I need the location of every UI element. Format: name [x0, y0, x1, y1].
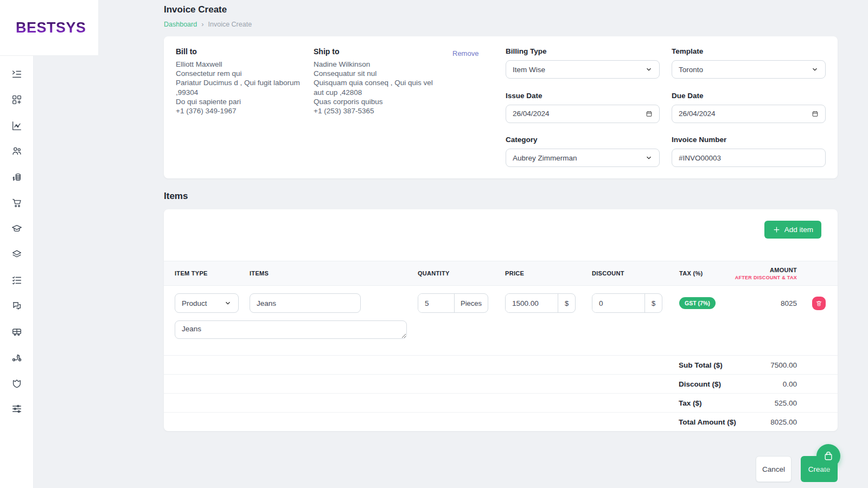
col-item-type: ITEM TYPE [175, 270, 239, 277]
ship-to-line: Quisquam quia conseq , Qui quis vel aut … [314, 78, 439, 97]
col-quantity: QUANTITY [418, 270, 488, 277]
item-description-textarea[interactable]: Jeans [175, 320, 407, 339]
tax-row: Tax ($) 525.00 [164, 393, 838, 412]
ship-to-line: Consequatur sit nul [314, 69, 439, 78]
breadcrumb-current: Invoice Create [208, 21, 252, 28]
due-date-input[interactable]: 26/04/2024 [672, 105, 826, 123]
billing-type-select[interactable]: Item Wise [506, 60, 660, 79]
sidebar-item-security[interactable] [4, 370, 29, 396]
tasks-icon [11, 274, 23, 286]
shield-icon [11, 377, 23, 389]
sidebar-item-orders[interactable] [4, 190, 29, 216]
items-card: Add item ITEM TYPE ITEMS QUANTITY PRICE … [164, 209, 838, 431]
grid-add-icon [11, 94, 23, 106]
ship-to-label: Ship to [314, 47, 439, 56]
add-item-button[interactable]: Add item [764, 221, 821, 239]
col-price: PRICE [505, 270, 576, 277]
sidebar-item-layers[interactable] [4, 242, 29, 268]
sidebar-item-apps[interactable] [4, 87, 29, 113]
delivery-icon [11, 351, 23, 363]
issue-date-label: Issue Date [506, 92, 660, 100]
price-group: $ [505, 293, 576, 313]
billing-type-label: Billing Type [506, 47, 660, 55]
category-label: Category [506, 136, 660, 144]
app-logo[interactable]: BESTSYS [16, 20, 86, 36]
col-discount: DISCOUNT [592, 270, 662, 277]
remove-address-link[interactable]: Remove [452, 49, 478, 57]
ship-to-line: Quas corporis quibus [314, 97, 439, 106]
issue-date-input[interactable]: 26/04/2024 [506, 105, 660, 123]
discount-value: 0.00 [679, 380, 797, 388]
template-select[interactable]: Toronto [672, 60, 826, 79]
cancel-button[interactable]: Cancel [756, 456, 792, 482]
page-title: Invoice Create [164, 0, 838, 15]
trash-icon [815, 300, 822, 307]
total-amount-value: 8025.00 [679, 418, 797, 426]
invoice-list-icon [11, 68, 23, 80]
col-amount: AMOUNT AFTER DISCOUNT & TAX [731, 267, 797, 280]
quantity-group: Pieces [418, 293, 488, 313]
app-logo-block: BESTSYS [0, 0, 98, 56]
finance-icon [11, 171, 23, 183]
breadcrumb-dashboard-link[interactable]: Dashboard [164, 21, 197, 28]
breadcrumb-separator-icon: › [201, 20, 203, 28]
category-select[interactable]: Aubrey Zimmerman [506, 149, 660, 167]
sidebar-item-vehicles[interactable] [4, 319, 29, 345]
discount-row: Discount ($) 0.00 [164, 374, 838, 393]
price-currency: $ [558, 294, 575, 312]
invoice-number-input[interactable] [672, 149, 826, 167]
sidebar-item-education[interactable] [4, 216, 29, 242]
tax-value: 525.00 [679, 399, 797, 407]
education-icon [11, 223, 23, 235]
delete-item-button[interactable] [812, 297, 826, 310]
chat-icon [11, 300, 23, 312]
cart-icon [11, 197, 23, 209]
invoice-number-label: Invoice Number [672, 136, 826, 144]
totals-block: Sub Total ($) 7500.00 Discount ($) 0.00 … [164, 355, 838, 431]
sidebar-item-invoices[interactable] [4, 61, 29, 87]
discount-group: $ [592, 293, 662, 313]
layers-icon [11, 248, 23, 260]
ship-to-name: Nadine Wilkinson [314, 60, 439, 69]
cart-fab-button[interactable] [816, 444, 840, 468]
template-label: Template [672, 47, 826, 55]
sidebar-item-tasks[interactable] [4, 267, 29, 293]
plus-icon [773, 226, 781, 234]
item-type-select[interactable]: Product [175, 293, 239, 313]
bill-to-label: Bill to [176, 47, 302, 56]
sidebar-item-finance[interactable] [4, 164, 29, 190]
item-name-input[interactable] [250, 293, 361, 313]
sidebar-item-customers[interactable] [4, 139, 29, 165]
invoice-form-grid: Billing Type Item Wise Template Toronto … [506, 47, 826, 168]
row-amount: 8025 [781, 299, 797, 307]
col-tax: TAX (%) [679, 270, 731, 277]
items-table-header: ITEM TYPE ITEMS QUANTITY PRICE DISCOUNT … [164, 261, 838, 286]
amount-note: AFTER DISCOUNT & TAX [731, 275, 797, 280]
price-input[interactable] [506, 294, 558, 312]
ship-to-phone: +1 (253) 387-5365 [314, 106, 439, 115]
sidebar-item-delivery[interactable] [4, 345, 29, 371]
bill-to-phone: +1 (376) 349-1967 [176, 106, 302, 115]
tax-badge[interactable]: GST (7%) [679, 297, 716, 309]
col-items: ITEMS [250, 270, 361, 277]
bill-to-name: Elliott Maxwell [176, 60, 302, 69]
customers-icon [11, 145, 23, 157]
sidebar-item-messages[interactable] [4, 293, 29, 319]
quantity-input[interactable] [418, 294, 454, 312]
filters-icon [11, 403, 23, 415]
shopping-bag-icon [823, 451, 834, 461]
total-amount-row: Total Amount ($) 8025.00 [164, 412, 838, 431]
subtotal-row: Sub Total ($) 7500.00 [164, 355, 838, 374]
chevron-down-icon [811, 66, 819, 73]
calendar-icon [646, 110, 653, 118]
discount-input[interactable] [592, 294, 644, 312]
chevron-down-icon [224, 299, 232, 307]
quantity-unit: Pieces [454, 294, 488, 312]
discount-currency: $ [644, 294, 662, 312]
bill-to-block: Bill to Elliott Maxwell Consectetur rem … [176, 47, 302, 168]
breadcrumb: Dashboard › Invoice Create [164, 20, 838, 28]
sidebar-item-settings[interactable] [4, 396, 29, 422]
subtotal-value: 7500.00 [679, 361, 797, 369]
sidebar-item-analytics[interactable] [4, 113, 29, 139]
bill-to-line: Consectetur rem qui [176, 69, 302, 78]
